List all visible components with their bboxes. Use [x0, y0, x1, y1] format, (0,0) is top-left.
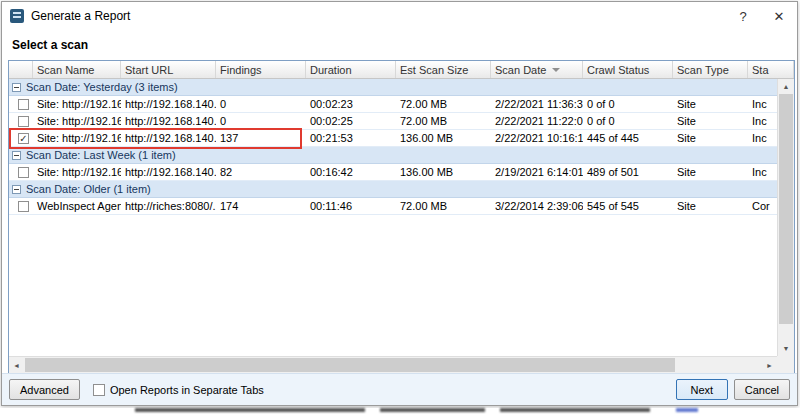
cell-duration: 00:21:53	[306, 130, 396, 146]
cell-findings: 174	[216, 198, 306, 214]
group-header-row[interactable]: Scan Date: Yesterday (3 items)	[9, 79, 777, 96]
column-header-label: Duration	[310, 64, 352, 76]
cell-scan-type: Site	[673, 164, 748, 180]
column-header-start-url[interactable]: Start URL	[121, 61, 216, 78]
scrollbar-corner	[777, 356, 794, 373]
cell-duration: 00:11:46	[306, 198, 396, 214]
close-button[interactable]: ✕	[761, 2, 797, 30]
cell-est-scan-size: 72.00 MB	[396, 96, 491, 112]
cropped-background-text	[0, 408, 800, 414]
column-header-scan-type[interactable]: Scan Type	[673, 61, 748, 78]
group-header-row[interactable]: Scan Date: Older (1 item)	[9, 181, 777, 198]
collapse-icon[interactable]	[12, 185, 21, 194]
column-header-label: Crawl Status	[587, 64, 649, 76]
scan-row[interactable]: Site: http://192.16...http://192.168.140…	[9, 96, 777, 113]
cell-crawl-status: 445 of 445	[583, 130, 673, 146]
cell-duration: 00:02:25	[306, 113, 396, 129]
scan-row[interactable]: ✓Site: http://192.16...http://192.168.14…	[9, 130, 777, 147]
footer-bar: Advanced Open Reports in Separate Tabs N…	[2, 373, 797, 405]
collapse-icon[interactable]	[12, 151, 21, 160]
row-checkbox[interactable]	[18, 99, 29, 110]
row-checkbox[interactable]	[18, 116, 29, 127]
generate-report-dialog: Generate a Report ? ✕ Select a scan Scan…	[1, 1, 798, 406]
report-app-icon	[10, 9, 24, 23]
cell-scan-type: Site	[673, 130, 748, 146]
column-header-duration[interactable]: Duration	[306, 61, 396, 78]
column-header-label: Scan Type	[677, 64, 729, 76]
next-button[interactable]: Next	[676, 379, 728, 400]
scan-row[interactable]: Site: http://192.16...http://192.168.140…	[9, 113, 777, 130]
column-header-scan-date[interactable]: Scan Date	[491, 61, 583, 78]
scroll-up-icon[interactable]: ▲	[778, 79, 794, 94]
column-header-label: Start URL	[125, 64, 173, 76]
row-select-cell	[9, 164, 33, 180]
group-label: Scan Date: Last Week (1 item)	[26, 149, 176, 161]
advanced-button[interactable]: Advanced	[9, 379, 80, 400]
sort-descending-icon	[552, 68, 560, 72]
cell-status: Cor	[748, 198, 777, 214]
cell-crawl-status: 0 of 0	[583, 96, 673, 112]
row-checkbox[interactable]	[18, 167, 29, 178]
cell-start-url: http://192.168.140...	[121, 164, 216, 180]
cell-est-scan-size: 136.00 MB	[396, 164, 491, 180]
cell-findings: 82	[216, 164, 306, 180]
row-select-cell	[9, 113, 33, 129]
cell-scan-name: Site: http://192.16...	[33, 164, 121, 180]
cell-scan-name: Site: http://192.16...	[33, 96, 121, 112]
scroll-right-icon[interactable]: ►	[762, 357, 777, 373]
column-header-est-scan-size[interactable]: Est Scan Size	[396, 61, 491, 78]
cell-duration: 00:16:42	[306, 164, 396, 180]
column-header-label: Scan Name	[37, 64, 94, 76]
header-select-column	[9, 61, 33, 78]
grid-header-row: Scan NameStart URLFindingsDurationEst Sc…	[9, 61, 794, 79]
cell-scan-date: 2/22/2021 10:16:1...	[491, 130, 583, 146]
open-reports-checkbox[interactable]	[93, 384, 105, 396]
collapse-icon[interactable]	[12, 83, 21, 92]
cell-scan-type: Site	[673, 198, 748, 214]
scroll-down-icon[interactable]: ▼	[778, 341, 794, 356]
scan-grid: Scan NameStart URLFindingsDurationEst Sc…	[8, 60, 795, 374]
column-header-findings[interactable]: Findings	[216, 61, 306, 78]
column-header-sta[interactable]: Sta	[748, 61, 794, 78]
column-header-label: Scan Date	[495, 64, 546, 76]
cancel-button[interactable]: Cancel	[734, 379, 790, 400]
page-title: Select a scan	[12, 38, 88, 52]
cell-findings: 137	[216, 130, 306, 146]
cell-est-scan-size: 136.00 MB	[396, 130, 491, 146]
scan-row[interactable]: WebInspect Agent...http://riches:8080/..…	[9, 198, 777, 215]
horizontal-scroll-thumb[interactable]	[25, 358, 675, 372]
window-title: Generate a Report	[31, 9, 130, 23]
row-checkbox[interactable]: ✓	[18, 133, 29, 144]
cell-scan-type: Site	[673, 113, 748, 129]
cell-status: Inc	[748, 96, 777, 112]
cell-scan-date: 3/22/2014 2:39:06...	[491, 198, 583, 214]
cell-duration: 00:02:23	[306, 96, 396, 112]
row-checkbox[interactable]	[18, 201, 29, 212]
column-header-scan-name[interactable]: Scan Name	[33, 61, 121, 78]
horizontal-scrollbar[interactable]: ◄ ►	[9, 356, 777, 373]
column-header-label: Findings	[220, 64, 262, 76]
cell-est-scan-size: 72.00 MB	[396, 113, 491, 129]
scroll-left-icon[interactable]: ◄	[9, 357, 24, 373]
open-reports-label[interactable]: Open Reports in Separate Tabs	[110, 384, 264, 396]
title-bar: Generate a Report ? ✕	[2, 2, 797, 30]
column-header-crawl-status[interactable]: Crawl Status	[583, 61, 673, 78]
vertical-scroll-thumb[interactable]	[779, 94, 793, 324]
cell-status: Inc	[748, 113, 777, 129]
cell-start-url: http://riches:8080/...	[121, 198, 216, 214]
row-select-cell: ✓	[9, 130, 33, 146]
cell-scan-name: Site: http://192.16...	[33, 113, 121, 129]
cell-start-url: http://192.168.140...	[121, 130, 216, 146]
vertical-scrollbar[interactable]: ▲ ▼	[777, 79, 794, 356]
scan-row[interactable]: Site: http://192.16...http://192.168.140…	[9, 164, 777, 181]
row-select-cell	[9, 198, 33, 214]
cell-start-url: http://192.168.140...	[121, 113, 216, 129]
cell-scan-date: 2/22/2021 11:22:0...	[491, 113, 583, 129]
cell-findings: 0	[216, 96, 306, 112]
cell-start-url: http://192.168.140...	[121, 96, 216, 112]
group-header-row[interactable]: Scan Date: Last Week (1 item)	[9, 147, 777, 164]
cell-est-scan-size: 72.00 MB	[396, 198, 491, 214]
group-label: Scan Date: Older (1 item)	[26, 183, 151, 195]
help-button[interactable]: ?	[725, 2, 761, 30]
group-label: Scan Date: Yesterday (3 items)	[26, 81, 178, 93]
